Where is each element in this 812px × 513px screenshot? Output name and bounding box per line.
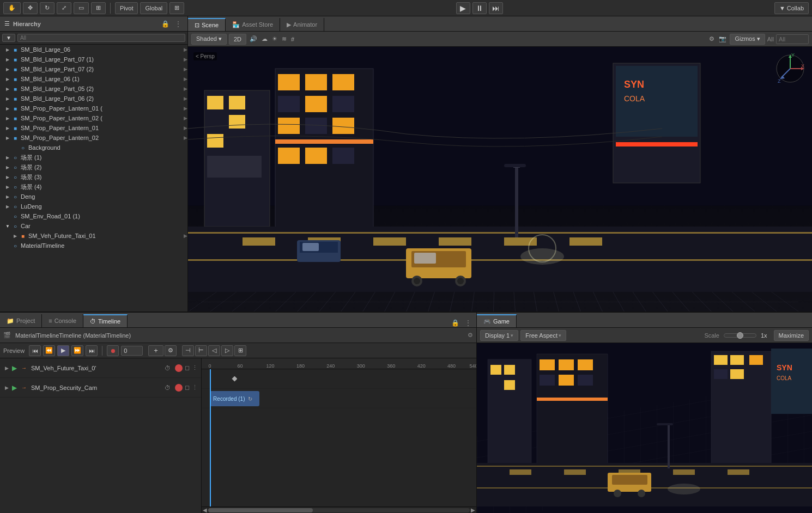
play-btn[interactable]: ▶ xyxy=(456,2,470,14)
preview-add-track-btn[interactable]: + xyxy=(148,345,163,356)
audio-icon[interactable]: 🔊 xyxy=(249,34,258,44)
scale-tool-btn[interactable]: ⤢ xyxy=(57,2,71,14)
expand-icon[interactable]: ▶ xyxy=(4,203,11,210)
expand-icon[interactable]: ▶ xyxy=(4,46,11,53)
pivot-btn[interactable]: Pivot xyxy=(115,2,138,14)
tab-project[interactable]: 📁 Project xyxy=(0,314,42,327)
rotate-tool-btn[interactable]: ↻ xyxy=(40,2,54,14)
shading-btn[interactable]: Shaded ▾ xyxy=(191,34,227,45)
clip-end-btn[interactable]: ⊢ xyxy=(195,345,207,356)
list-item[interactable]: ▶ ○ 场景 (4) xyxy=(0,182,187,192)
clip-start-btn[interactable]: ⊣ xyxy=(182,345,194,356)
preview-record-btn[interactable]: ⏺ xyxy=(107,345,119,356)
tab-timeline[interactable]: ⏱ Timeline xyxy=(83,314,128,327)
tl-clip-loop-icon[interactable]: ↻ xyxy=(248,396,252,402)
fog-icon[interactable]: ≋ xyxy=(281,34,288,44)
bottom-lock-btn[interactable]: 🔒 xyxy=(450,319,461,327)
tab-asset-store[interactable]: 🏪 Asset Store xyxy=(226,18,280,31)
2d-btn[interactable]: 2D xyxy=(229,34,246,45)
tl-keyframe-1[interactable] xyxy=(232,376,237,382)
timeline-gear-icon[interactable]: ⚙ xyxy=(468,332,473,339)
preview-skip-end-btn[interactable]: ⏭ xyxy=(86,345,98,356)
grid-icon[interactable]: # xyxy=(290,35,295,44)
preview-next-btn[interactable]: ⏩ xyxy=(71,345,83,356)
list-item[interactable]: ▶ ○ 场景 (3) xyxy=(0,172,187,182)
list-item[interactable]: ▶ ○ 场景 (2) xyxy=(0,162,187,172)
track-expand-1[interactable]: ▶ xyxy=(3,365,10,371)
expand-icon[interactable]: ▶ xyxy=(4,184,11,190)
list-item[interactable]: ▶ ○ 场景 (1) xyxy=(0,152,187,162)
track-record-btn-2[interactable] xyxy=(175,384,183,392)
preview-prev-btn[interactable]: ⏪ xyxy=(43,345,55,356)
tl-track-1[interactable]: ▶ ▶ → SM_Veh_Future_Taxi_0' ⏱ ◻ ⋮ xyxy=(0,358,201,378)
expand-icon[interactable]: ▶ xyxy=(4,105,11,112)
tab-scene[interactable]: ⊡ Scene xyxy=(188,18,226,31)
list-item[interactable]: ▶ ■ SM_Bld_Large_06 ▶ xyxy=(0,45,187,54)
expand-icon[interactable]: ▶ xyxy=(4,135,11,141)
list-item[interactable]: ▶ ■ SM_Prop_Paper_Lantern_02 ( ▶ xyxy=(0,113,187,123)
pause-btn[interactable]: ⏸ xyxy=(472,2,487,14)
list-item[interactable]: ▶ ○ Deng xyxy=(0,192,187,201)
gizmos-search-input[interactable] xyxy=(776,34,809,44)
expand-icon[interactable]: ▶ xyxy=(4,125,11,131)
expand-icon[interactable]: ▶ xyxy=(4,193,11,200)
list-item[interactable]: ▶ ■ SM_Bld_Large_Part_07 (2) ▶ xyxy=(0,64,187,74)
list-item[interactable]: ▶ ○ LuDeng xyxy=(0,201,187,211)
tl-clip-recorded[interactable]: Recorded (1) ↻ xyxy=(210,391,259,406)
expand-icon[interactable]: ▶ xyxy=(4,174,11,180)
move-tool-btn[interactable]: ✥ xyxy=(23,2,38,14)
scroll-left-btn[interactable]: ◀ xyxy=(203,507,207,513)
clip-extra-btn[interactable]: ⊞ xyxy=(234,345,246,356)
grid-btn[interactable]: ⊞ xyxy=(169,2,184,14)
track-menu-1[interactable]: ⋮ xyxy=(192,364,198,371)
maximize-btn[interactable]: Maximize xyxy=(774,330,809,341)
track-icon2-2[interactable]: ◻ xyxy=(185,384,190,391)
list-item[interactable]: ▶ ○ Background xyxy=(0,143,187,152)
hand-tool-btn[interactable]: ✋ xyxy=(3,2,21,14)
track-menu-2[interactable]: ⋮ xyxy=(192,384,198,391)
expand-icon[interactable]: ▶ xyxy=(4,56,11,63)
list-item[interactable]: ▶ ■ SM_Bld_Large_Part_05 (2) ▶ xyxy=(0,84,187,94)
preview-time-input[interactable] xyxy=(121,346,143,356)
tl-track-2[interactable]: ▶ ▶ → SM_Prop_Security_Cam ⏱ ◻ ⋮ xyxy=(0,378,201,398)
track-clock-icon-1[interactable]: ⏱ xyxy=(165,365,171,371)
expand-icon[interactable]: ▼ xyxy=(4,223,11,229)
tl-scroll-thumb[interactable] xyxy=(208,508,313,512)
clip-out-btn[interactable]: ▷ xyxy=(221,345,233,356)
list-item[interactable]: ▼ ○ Car xyxy=(0,221,187,231)
list-item[interactable]: ▶ ■ SM_Prop_Paper_Lantern_01 ▶ xyxy=(0,123,187,133)
track-expand-2[interactable]: ▶ xyxy=(3,384,10,391)
list-item[interactable]: ▶ ○ MaterialTimeline xyxy=(0,241,187,251)
clip-in-btn[interactable]: ◁ xyxy=(208,345,220,356)
sky-icon[interactable]: ☀ xyxy=(271,34,278,44)
list-item[interactable]: ▶ ■ SM_Bld_Large_06 (1) ▶ xyxy=(0,74,187,84)
tab-animator[interactable]: ▶ Animator xyxy=(280,18,324,31)
transform-tool-btn[interactable]: ⊞ xyxy=(91,2,106,14)
global-btn[interactable]: Global xyxy=(140,2,167,14)
bottom-more-btn[interactable]: ⋮ xyxy=(463,319,473,327)
hierarchy-dropdown-btn[interactable]: ▼ xyxy=(2,34,15,42)
hierarchy-more-btn[interactable]: ⋮ xyxy=(173,20,183,28)
track-record-btn-1[interactable] xyxy=(175,364,183,372)
expand-icon[interactable]: ▶ xyxy=(4,66,11,72)
preview-settings-btn[interactable]: ⚙ xyxy=(165,345,177,356)
tl-scroll-track[interactable] xyxy=(208,508,470,512)
list-item[interactable]: ▶ ○ SM_Env_Road_01 (1) xyxy=(0,211,187,221)
expand-icon[interactable]: ▶ xyxy=(4,76,11,82)
list-item[interactable]: ▶ ■ SM_Bld_Large_Part_06 (2) ▶ xyxy=(0,94,187,103)
gizmos-btn[interactable]: Gizmos ▾ xyxy=(730,34,765,45)
preview-skip-start-btn[interactable]: ⏮ xyxy=(29,345,41,356)
list-item[interactable]: ▶ ■ SM_Prop_Paper_Lantern_01 ( ▶ xyxy=(0,103,187,113)
expand-icon[interactable]: ▶ xyxy=(4,86,11,92)
scene-right-icon[interactable]: ⚙ xyxy=(708,34,716,44)
list-item[interactable]: ▶ ■ SM_Veh_Future_Taxi_01 ▶ xyxy=(0,231,187,241)
rect-tool-btn[interactable]: ▭ xyxy=(74,2,89,14)
fx-icon[interactable]: ☁ xyxy=(260,34,269,44)
expand-icon[interactable]: ▶ xyxy=(4,154,11,161)
camera-icon[interactable]: 📷 xyxy=(718,34,728,44)
track-icon2-1[interactable]: ◻ xyxy=(185,364,190,371)
collab-btn[interactable]: ▼ Collab xyxy=(774,2,809,14)
expand-icon[interactable]: ▶ xyxy=(12,233,19,239)
display-btn[interactable]: Display 1 ▾ xyxy=(480,330,518,341)
scale-slider[interactable] xyxy=(724,333,756,338)
